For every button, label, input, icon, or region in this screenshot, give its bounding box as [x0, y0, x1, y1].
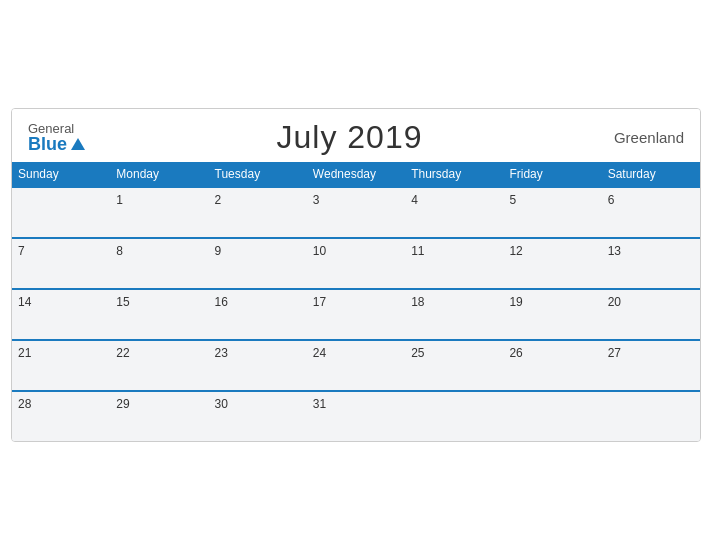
calendar-region: Greenland — [614, 129, 684, 146]
calendar-day-cell: 15 — [110, 289, 208, 340]
calendar-day-cell: 14 — [12, 289, 110, 340]
calendar-day-cell: 1 — [110, 187, 208, 238]
calendar-day-cell: 10 — [307, 238, 405, 289]
calendar-title: July 2019 — [276, 119, 422, 156]
calendar-day-cell — [405, 391, 503, 441]
calendar-day-cell: 18 — [405, 289, 503, 340]
calendar-day-cell: 8 — [110, 238, 208, 289]
logo-blue-text: Blue — [28, 135, 85, 153]
calendar-day-cell: 5 — [503, 187, 601, 238]
calendar-day-cell: 13 — [602, 238, 700, 289]
calendar-day-cell: 7 — [12, 238, 110, 289]
weekday-header-monday: Monday — [110, 162, 208, 187]
weekday-header-thursday: Thursday — [405, 162, 503, 187]
calendar-day-cell — [602, 391, 700, 441]
weekday-header-sunday: Sunday — [12, 162, 110, 187]
calendar-day-cell: 23 — [209, 340, 307, 391]
calendar-day-cell: 28 — [12, 391, 110, 441]
calendar-day-cell: 24 — [307, 340, 405, 391]
calendar-header: General Blue July 2019 Greenland — [12, 109, 700, 162]
calendar-day-cell: 29 — [110, 391, 208, 441]
calendar-day-cell: 16 — [209, 289, 307, 340]
calendar-day-cell: 27 — [602, 340, 700, 391]
calendar-day-cell: 17 — [307, 289, 405, 340]
calendar-week-row: 21222324252627 — [12, 340, 700, 391]
calendar-grid: SundayMondayTuesdayWednesdayThursdayFrid… — [12, 162, 700, 441]
logo: General Blue — [28, 122, 85, 153]
calendar-day-cell — [12, 187, 110, 238]
calendar-day-cell: 21 — [12, 340, 110, 391]
calendar-day-cell: 25 — [405, 340, 503, 391]
calendar-day-cell: 11 — [405, 238, 503, 289]
weekday-header-tuesday: Tuesday — [209, 162, 307, 187]
calendar-day-cell: 6 — [602, 187, 700, 238]
calendar-body: 1234567891011121314151617181920212223242… — [12, 187, 700, 441]
calendar-weekday-header: SundayMondayTuesdayWednesdayThursdayFrid… — [12, 162, 700, 187]
calendar-week-row: 78910111213 — [12, 238, 700, 289]
calendar-day-cell: 22 — [110, 340, 208, 391]
calendar-day-cell: 30 — [209, 391, 307, 441]
calendar-day-cell: 19 — [503, 289, 601, 340]
calendar-day-cell: 26 — [503, 340, 601, 391]
calendar-day-cell: 9 — [209, 238, 307, 289]
weekday-header-friday: Friday — [503, 162, 601, 187]
calendar-day-cell: 31 — [307, 391, 405, 441]
calendar-day-cell: 2 — [209, 187, 307, 238]
calendar-day-cell: 20 — [602, 289, 700, 340]
weekday-header-saturday: Saturday — [602, 162, 700, 187]
calendar-day-cell: 3 — [307, 187, 405, 238]
calendar-container: General Blue July 2019 Greenland SundayM… — [11, 108, 701, 442]
calendar-day-cell — [503, 391, 601, 441]
calendar-day-cell: 12 — [503, 238, 601, 289]
calendar-week-row: 14151617181920 — [12, 289, 700, 340]
weekday-row: SundayMondayTuesdayWednesdayThursdayFrid… — [12, 162, 700, 187]
calendar-week-row: 123456 — [12, 187, 700, 238]
calendar-day-cell: 4 — [405, 187, 503, 238]
calendar-week-row: 28293031 — [12, 391, 700, 441]
weekday-header-wednesday: Wednesday — [307, 162, 405, 187]
logo-triangle-icon — [71, 138, 85, 150]
